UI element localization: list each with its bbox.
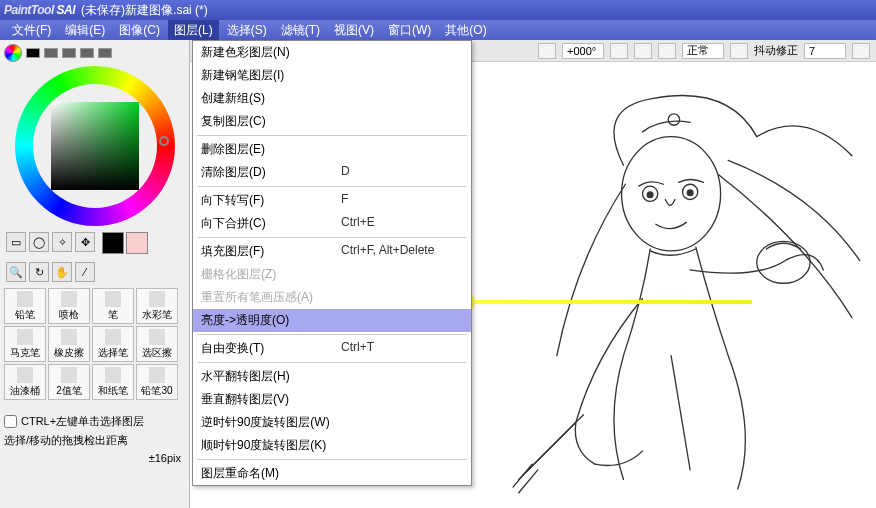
menu-item: 重置所有笔画压感(A) xyxy=(193,286,471,309)
tool-label: 油漆桶 xyxy=(10,384,40,398)
move-icon[interactable]: ✥ xyxy=(75,232,95,252)
menu-item[interactable]: 逆时针90度旋转图层(W) xyxy=(193,411,471,434)
tool-cell[interactable]: 油漆桶 xyxy=(4,364,46,400)
menu-item[interactable]: 自由变换(T)Ctrl+T xyxy=(193,337,471,360)
menu-file[interactable]: 文件(F) xyxy=(6,20,57,41)
tool-cell[interactable]: 橡皮擦 xyxy=(48,326,90,362)
menu-select[interactable]: 选择(S) xyxy=(221,20,273,41)
menu-other[interactable]: 其他(O) xyxy=(439,20,492,41)
swatch-icon[interactable] xyxy=(98,48,112,58)
hand-icon[interactable]: ✋ xyxy=(52,262,72,282)
color-ring-icon[interactable] xyxy=(4,44,22,62)
foreground-color[interactable] xyxy=(102,232,124,254)
menu-item[interactable]: 删除图层(E) xyxy=(193,138,471,161)
menu-item[interactable]: 图层重命名(M) xyxy=(193,462,471,485)
zoom-icon[interactable]: 🔍 xyxy=(6,262,26,282)
menu-item[interactable]: 向下合拼(C)Ctrl+E xyxy=(193,212,471,235)
app-logo: PaintTool PaintTool SAISAI xyxy=(4,3,75,17)
lasso-icon[interactable]: ◯ xyxy=(29,232,49,252)
stabilizer-select[interactable]: 7 xyxy=(804,43,846,59)
menu-separator xyxy=(197,186,467,187)
menu-item[interactable]: 顺时针90度旋转图层(K) xyxy=(193,434,471,457)
menu-item-label: 复制图层(C) xyxy=(201,113,341,130)
tool-cell[interactable]: 选择笔 xyxy=(92,326,134,362)
checkbox-label: CTRL+左键单击选择图层 xyxy=(21,414,144,429)
menu-window[interactable]: 窗口(W) xyxy=(382,20,437,41)
tool-cell[interactable]: 铅笔 xyxy=(4,288,46,324)
menu-item-label: 栅格化图层(Z) xyxy=(201,266,341,283)
menu-item: 栅格化图层(Z) xyxy=(193,263,471,286)
swatch-icon[interactable] xyxy=(26,48,40,58)
menu-item[interactable]: 复制图层(C) xyxy=(193,110,471,133)
tool-cell[interactable]: 铅笔30 xyxy=(136,364,178,400)
tool-cell[interactable]: 选区擦 xyxy=(136,326,178,362)
menu-item-shortcut: D xyxy=(341,164,350,181)
drag-distance-label: 选择/移动的拖拽检出距离 xyxy=(4,433,185,448)
layer-dropdown-menu: 新建色彩图层(N)新建钢笔图层(I)创建新组(S)复制图层(C)删除图层(E)清… xyxy=(192,40,472,486)
swatch-icon[interactable] xyxy=(44,48,58,58)
menu-item-shortcut: Ctrl+E xyxy=(341,215,375,232)
tool-icon xyxy=(105,329,121,345)
tool-cell[interactable]: 笔 xyxy=(92,288,134,324)
menu-item[interactable]: 清除图层(D)D xyxy=(193,161,471,184)
tool-icon xyxy=(61,291,77,307)
mode-select[interactable]: 正常 xyxy=(682,43,724,59)
rotate-icon[interactable]: ↻ xyxy=(29,262,49,282)
ctrl-click-select-checkbox[interactable]: CTRL+左键单击选择图层 xyxy=(4,414,185,429)
menu-item[interactable]: 新建色彩图层(N) xyxy=(193,41,471,64)
menu-item-label: 逆时针90度旋转图层(W) xyxy=(201,414,341,431)
menu-item-label: 清除图层(D) xyxy=(201,164,341,181)
flip-h-icon[interactable] xyxy=(634,43,652,59)
menu-item[interactable]: 垂直翻转图层(V) xyxy=(193,388,471,411)
tool-icon xyxy=(105,367,121,383)
document-title: (未保存)新建图像.sai (*) xyxy=(81,2,208,19)
tool-cell[interactable]: 2值笔 xyxy=(48,364,90,400)
wand-icon[interactable]: ✧ xyxy=(52,232,72,252)
tool-icon xyxy=(17,329,33,345)
menu-item[interactable]: 向下转写(F)F xyxy=(193,189,471,212)
toolbar-button[interactable] xyxy=(538,43,556,59)
menu-item-label: 删除图层(E) xyxy=(201,141,341,158)
tool-cell[interactable]: 马克笔 xyxy=(4,326,46,362)
menu-item-label: 顺时针90度旋转图层(K) xyxy=(201,437,341,454)
color-wheel[interactable] xyxy=(15,66,175,226)
swatch-icon[interactable] xyxy=(80,48,94,58)
background-color[interactable] xyxy=(126,232,148,254)
tool-cell[interactable]: 和纸笔 xyxy=(92,364,134,400)
color-square[interactable] xyxy=(51,102,139,190)
menu-item-label: 重置所有笔画压感(A) xyxy=(201,289,341,306)
checkbox-input[interactable] xyxy=(4,415,17,428)
tool-icon xyxy=(61,367,77,383)
tool-label: 喷枪 xyxy=(59,308,79,322)
svg-point-6 xyxy=(668,114,679,125)
menu-edit[interactable]: 编辑(E) xyxy=(59,20,111,41)
menu-layer[interactable]: 图层(L) xyxy=(168,20,219,41)
drag-distance-value: ±16pix xyxy=(149,452,181,464)
menu-separator xyxy=(197,135,467,136)
toolbar-button[interactable] xyxy=(730,43,748,59)
tool-cell[interactable]: 喷枪 xyxy=(48,288,90,324)
menu-item[interactable]: 新建钢笔图层(I) xyxy=(193,64,471,87)
eyedropper-icon[interactable]: ⁄ xyxy=(75,262,95,282)
menubar: 文件(F) 编辑(E) 图像(C) 图层(L) 选择(S) 滤镜(T) 视图(V… xyxy=(0,20,876,40)
tool-icon xyxy=(17,291,33,307)
rotation-display[interactable]: +000° xyxy=(562,43,604,59)
toolbar-button[interactable] xyxy=(852,43,870,59)
svg-point-3 xyxy=(647,192,653,198)
menu-image[interactable]: 图像(C) xyxy=(113,20,166,41)
toolbar-button[interactable] xyxy=(658,43,676,59)
tool-grid: 铅笔喷枪笔水彩笔马克笔橡皮擦选择笔选区擦油漆桶2值笔和纸笔铅笔30 xyxy=(4,288,185,400)
menu-item-shortcut: Ctrl+F, Alt+Delete xyxy=(341,243,434,260)
swatch-icon[interactable] xyxy=(62,48,76,58)
menu-separator xyxy=(197,237,467,238)
menu-item[interactable]: 创建新组(S) xyxy=(193,87,471,110)
menu-item[interactable]: 水平翻转图层(H) xyxy=(193,365,471,388)
marquee-icon[interactable]: ▭ xyxy=(6,232,26,252)
menu-item[interactable]: 填充图层(F)Ctrl+F, Alt+Delete xyxy=(193,240,471,263)
hue-marker[interactable] xyxy=(159,136,169,146)
tool-cell[interactable]: 水彩笔 xyxy=(136,288,178,324)
toolbar-button[interactable] xyxy=(610,43,628,59)
menu-view[interactable]: 视图(V) xyxy=(328,20,380,41)
menu-filter[interactable]: 滤镜(T) xyxy=(275,20,326,41)
menu-item[interactable]: 亮度->透明度(O) xyxy=(193,309,471,332)
